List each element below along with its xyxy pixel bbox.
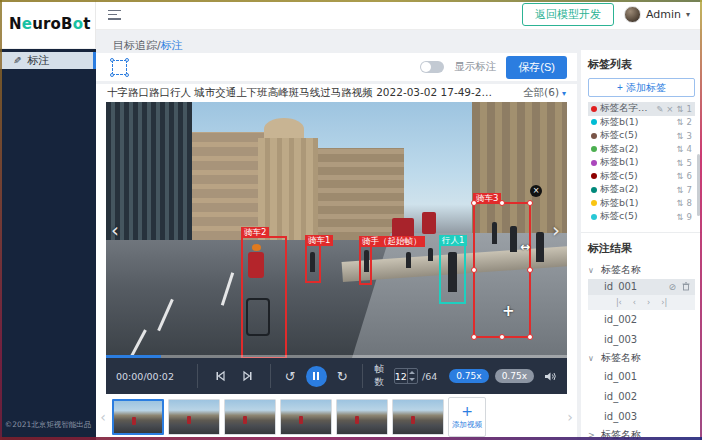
next-frame-chevron[interactable]: › <box>552 218 560 242</box>
sort-icon[interactable]: ⇅ <box>676 185 683 195</box>
scrollbar[interactable] <box>697 154 700 216</box>
scene-building <box>264 118 304 140</box>
label-row[interactable]: 标签b(1) ⇅2 <box>588 116 695 130</box>
hotkey-index: 5 <box>687 158 692 168</box>
result-item[interactable]: id_001 <box>588 367 695 387</box>
edit-icon[interactable]: ✎ <box>656 104 663 114</box>
forward-10-icon[interactable]: ↻ <box>337 369 348 384</box>
trash-icon[interactable] <box>682 282 690 291</box>
sidebar-item-annotate[interactable]: ✎ 标注 <box>0 52 96 69</box>
sort-icon[interactable]: ⇅ <box>676 104 683 114</box>
delete-icon[interactable]: × <box>666 104 673 114</box>
collapse-menu-icon[interactable] <box>108 10 121 20</box>
filter-all-dropdown[interactable]: 全部(6) ▾ <box>523 86 566 100</box>
video-canvas[interactable]: 骑车2 骑车1 骑手（起始帧） 行人1 骑车3 × <box>106 102 567 358</box>
video-thumbnail-4[interactable] <box>280 399 332 435</box>
thumbs-chevron-right[interactable]: › <box>565 409 575 425</box>
breadcrumb-parent[interactable]: 目标追踪 <box>113 39 157 52</box>
rect-select-tool-icon[interactable] <box>112 60 127 75</box>
last-frame-icon[interactable]: ›| <box>661 298 667 307</box>
bbox-rider-startframe[interactable]: 骑手（起始帧） <box>359 245 372 285</box>
active-indicator <box>93 52 96 69</box>
video-thumbnail-2[interactable] <box>168 399 220 435</box>
video-thumbnail-6[interactable] <box>392 399 444 435</box>
label-row[interactable]: 标签c(5) ⇅9 <box>588 210 695 224</box>
username: Admin <box>646 8 681 21</box>
bbox-rider-2[interactable]: 骑车2 <box>241 236 287 358</box>
sort-icon[interactable]: ⇅ <box>676 158 683 168</box>
result-group-header[interactable]: > 标签名称 <box>588 427 695 440</box>
result-item-selected[interactable]: id_001 ⊘ <box>588 279 695 295</box>
frame-nav-row: |‹ ‹ › ›| <box>588 295 695 310</box>
thumbs-chevron-left[interactable]: ‹ <box>98 409 108 425</box>
add-label-button[interactable]: + 添加标签 <box>588 78 695 97</box>
next-frame-icon[interactable]: › <box>647 298 650 307</box>
result-item[interactable]: id_002 <box>588 387 695 407</box>
label-row[interactable]: 标签b(1) ⇅8 <box>588 197 695 211</box>
result-group-header[interactable]: ∨ 标签名称 <box>588 262 695 279</box>
resize-handle[interactable] <box>471 267 477 273</box>
bbox-rider-1[interactable]: 骑车1 <box>305 244 321 283</box>
resize-handle[interactable] <box>527 267 533 273</box>
copyright-text: ©2021北京矩视智能出品 <box>0 420 96 430</box>
add-video-button[interactable]: + 添加视频 <box>448 397 486 437</box>
back-to-model-dev-button[interactable]: 返回模型开发 <box>522 3 614 26</box>
prev-frame-icon[interactable]: ‹ <box>633 298 636 307</box>
resize-handle[interactable] <box>499 200 505 206</box>
resize-handle[interactable] <box>499 334 505 340</box>
video-thumbnail-3[interactable] <box>224 399 276 435</box>
resize-handle[interactable] <box>471 334 477 340</box>
bbox-pedestrian-1[interactable]: 行人1 <box>439 244 466 304</box>
logo-area: NeuroBot <box>0 0 96 49</box>
logo-part: N <box>9 15 22 33</box>
result-item[interactable]: id_003 <box>588 330 695 350</box>
label-row[interactable]: 标签c(5) ⇅3 <box>588 129 695 143</box>
volume-icon[interactable] <box>544 371 557 382</box>
bbox-label: 骑手（起始帧） <box>359 236 425 247</box>
video-thumbnail-1[interactable] <box>112 399 164 435</box>
label-row[interactable]: 标签a(2) ⇅7 <box>588 183 695 197</box>
skip-end-icon[interactable] <box>242 370 254 382</box>
label-color-dot <box>591 173 597 179</box>
bbox-label: 骑车3 <box>473 193 501 204</box>
frame-number-input[interactable]: 12 <box>394 368 418 384</box>
pause-button[interactable] <box>306 366 327 387</box>
prev-frame-chevron[interactable]: ‹ <box>111 218 119 242</box>
save-button[interactable]: 保存(S) <box>506 56 567 79</box>
label-row[interactable]: 标签c(5) ⇅6 <box>588 170 695 184</box>
label-row[interactable]: 标签b(1) ⇅5 <box>588 156 695 170</box>
label-row[interactable]: 标签a(2) ⇅4 <box>588 143 695 157</box>
frame-decrement-button[interactable] <box>408 376 417 383</box>
right-panel: 标签列表 + 添加标签 标签名字最长数... ✎ × ⇅ 1 标签b(1) ⇅2 <box>581 50 702 440</box>
user-menu[interactable]: Admin ▾ <box>624 6 690 23</box>
resize-handle[interactable] <box>527 200 533 206</box>
sort-icon[interactable]: ⇅ <box>676 131 683 141</box>
hotkey-index: 6 <box>687 171 692 181</box>
first-frame-icon[interactable]: |‹ <box>616 298 622 307</box>
progress-bar[interactable] <box>106 355 567 358</box>
result-item[interactable]: id_002 <box>588 310 695 330</box>
sort-icon[interactable]: ⇅ <box>676 144 683 154</box>
caret-right-icon: > <box>588 431 596 440</box>
label-row[interactable]: 标签名字最长数... ✎ × ⇅ 1 <box>588 102 695 116</box>
result-item[interactable]: id_003 <box>588 407 695 427</box>
resize-handle[interactable] <box>471 200 477 206</box>
speed-pill-active[interactable]: 0.75x <box>449 369 488 383</box>
sort-icon[interactable]: ⇅ <box>676 117 683 127</box>
label-color-dot <box>591 200 597 206</box>
resize-handle[interactable] <box>527 334 533 340</box>
video-thumbnail-5[interactable] <box>336 399 388 435</box>
sort-icon[interactable]: ⇅ <box>676 212 683 222</box>
speed-pill-inactive[interactable]: 0.75x <box>495 369 534 383</box>
frame-increment-button[interactable] <box>408 369 417 376</box>
result-group-header[interactable]: ∨ 标签名称 <box>588 350 695 367</box>
skip-start-icon[interactable] <box>214 370 226 382</box>
rewind-10-icon[interactable]: ↺ <box>285 369 296 384</box>
label-color-dot <box>591 146 597 152</box>
plus-icon: + <box>617 82 623 93</box>
hide-icon[interactable]: ⊘ <box>668 282 676 292</box>
sort-icon[interactable]: ⇅ <box>676 198 683 208</box>
sort-icon[interactable]: ⇅ <box>676 171 683 181</box>
delete-box-button[interactable]: × <box>530 185 542 197</box>
show-annotation-toggle[interactable] <box>420 61 444 73</box>
